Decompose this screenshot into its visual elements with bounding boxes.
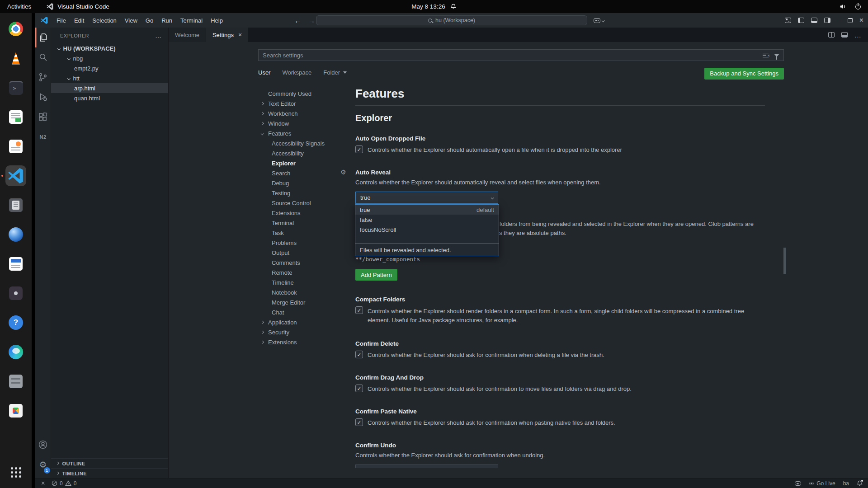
open-settings-json-icon[interactable] (841, 32, 848, 38)
toggle-primary-sidebar-icon[interactable] (798, 18, 804, 23)
toc-explorer[interactable]: Explorer (258, 158, 355, 168)
tree-folder-htt[interactable]: htt (51, 73, 168, 83)
explorer-view-icon[interactable] (35, 28, 51, 47)
toc-notebook[interactable]: Notebook (258, 287, 355, 297)
toc-problems[interactable]: Problems (258, 238, 355, 248)
toc-accessibility-signals[interactable]: Accessibility Signals (258, 138, 355, 148)
run-debug-view-icon[interactable] (35, 87, 51, 107)
restore-button[interactable] (848, 18, 853, 23)
customize-layout-icon[interactable] (785, 18, 791, 23)
scope-tab-workspace[interactable]: Workspace (282, 69, 311, 78)
toc-task[interactable]: Task (258, 228, 355, 238)
toc-remote[interactable]: Remote (258, 267, 355, 277)
focused-app-indicator[interactable]: Visual Studio Code (47, 3, 109, 10)
toggle-secondary-sidebar-icon[interactable] (824, 18, 830, 23)
copilot-menu[interactable] (594, 18, 604, 23)
dock-app-center-icon[interactable] (5, 400, 26, 421)
search-view-icon[interactable] (35, 47, 51, 67)
power-icon[interactable] (855, 4, 861, 9)
menu-go[interactable]: Go (142, 17, 157, 24)
activities-button[interactable]: Activities (7, 3, 31, 10)
manage-gear-icon[interactable]: ⚙ 1 (35, 455, 51, 474)
dock-libreoffice-calc-icon[interactable] (5, 107, 26, 127)
tab-welcome[interactable]: Welcome (169, 28, 206, 42)
option-false[interactable]: false (355, 215, 499, 225)
n2-extension-icon[interactable]: N2 (35, 127, 51, 147)
toc-application[interactable]: Application (258, 317, 355, 327)
menu-view[interactable]: View (121, 17, 142, 24)
checkbox-checked[interactable]: ✓ (355, 385, 363, 392)
volume-icon[interactable] (840, 4, 846, 9)
dock-edge-icon[interactable] (5, 342, 26, 362)
command-center-search[interactable]: hu (Workspace) (316, 15, 587, 25)
more-actions-icon[interactable]: … (854, 31, 862, 39)
toc-workbench[interactable]: Workbench (258, 108, 355, 118)
checkbox-checked[interactable]: ✓ (355, 145, 363, 153)
toc-commonly-used[interactable]: Commonly Used (258, 89, 355, 99)
dock-help-icon[interactable]: ? (5, 312, 26, 333)
language-indicator[interactable]: ba (843, 480, 849, 487)
go-live-button[interactable]: Go Live (809, 480, 835, 487)
toggle-panel-icon[interactable] (811, 18, 817, 23)
toc-source-control[interactable]: Source Control (258, 198, 355, 208)
confirm-undo-select[interactable] (355, 465, 498, 468)
tab-settings[interactable]: Settings × (206, 28, 249, 42)
toc-security[interactable]: Security (258, 327, 355, 337)
toc-features[interactable]: Features (258, 128, 355, 138)
add-pattern-button[interactable]: Add Pattern (355, 269, 397, 281)
toc-accessibility[interactable]: Accessibility (258, 148, 355, 158)
settings-search-input[interactable]: Search settings (258, 49, 784, 61)
dock-archive-manager-icon[interactable] (5, 371, 26, 392)
remote-indicator-icon[interactable] (41, 482, 45, 484)
toc-output[interactable]: Output (258, 248, 355, 258)
dock-vlc-icon[interactable] (5, 48, 26, 69)
dock-firefox-icon[interactable] (5, 224, 26, 245)
toc-text-editor[interactable]: Text Editor (258, 99, 355, 108)
notifications-bell-icon[interactable] (857, 480, 863, 486)
toc-terminal[interactable]: Terminal (258, 218, 355, 228)
setting-gear-icon[interactable]: ⚙ (340, 169, 346, 176)
accounts-icon[interactable] (35, 435, 51, 455)
toc-comments[interactable]: Comments (258, 258, 355, 267)
menu-run[interactable]: Run (157, 17, 176, 24)
toc-window[interactable]: Window (258, 118, 355, 128)
toc-merge-editor[interactable]: Merge Editor (258, 297, 355, 307)
menu-terminal[interactable]: Terminal (176, 17, 207, 24)
tree-file-empt2[interactable]: empt2.py (51, 63, 168, 73)
sidebar-more-actions-icon[interactable]: … (155, 32, 162, 39)
source-control-view-icon[interactable] (35, 67, 51, 87)
dock-chrome-icon[interactable] (5, 19, 26, 39)
close-tab-icon[interactable]: × (238, 31, 242, 38)
dock-libreoffice-impress-icon[interactable] (5, 136, 26, 157)
dock-libreoffice-writer-icon[interactable] (5, 253, 26, 274)
dock-terminal-icon[interactable]: >_ (5, 77, 26, 98)
timeline-section[interactable]: TIMELINE (51, 468, 168, 478)
checkbox-checked[interactable]: ✓ (355, 418, 363, 426)
menu-file[interactable]: File (52, 17, 70, 24)
filter-icon[interactable] (774, 54, 779, 57)
clock[interactable]: May 8 13:26 (411, 3, 456, 10)
checkbox-checked[interactable]: ✓ (355, 351, 363, 358)
menu-edit[interactable]: Edit (70, 17, 88, 24)
dock-text-editor-icon[interactable] (5, 195, 26, 216)
toc-debug[interactable]: Debug (258, 178, 355, 188)
toc-testing[interactable]: Testing (258, 188, 355, 198)
menu-selection[interactable]: Selection (88, 17, 120, 24)
checkbox-checked[interactable]: ✓ (355, 306, 363, 314)
toc-timeline[interactable]: Timeline (258, 277, 355, 287)
problems-indicator[interactable]: 0 0 (52, 480, 76, 487)
backup-sync-settings-button[interactable]: Backup and Sync Settings (704, 68, 784, 80)
dock-screenshot-tool-icon[interactable] (5, 283, 26, 304)
scope-tab-folder[interactable]: Folder (323, 69, 347, 78)
extensions-view-icon[interactable] (35, 107, 51, 127)
toc-extensions[interactable]: Extensions (258, 208, 355, 218)
copilot-status-icon[interactable] (795, 481, 801, 486)
outline-section[interactable]: OUTLINE (51, 458, 168, 468)
toc-extensions-outer[interactable]: Extensions (258, 337, 355, 347)
show-apps-icon[interactable] (5, 462, 26, 483)
option-true[interactable]: true default (355, 205, 499, 215)
split-editor-icon[interactable] (828, 32, 835, 38)
tree-file-quan[interactable]: quan.html (51, 93, 168, 103)
toc-chat[interactable]: Chat (258, 307, 355, 317)
minimize-button[interactable]: – (837, 18, 841, 23)
